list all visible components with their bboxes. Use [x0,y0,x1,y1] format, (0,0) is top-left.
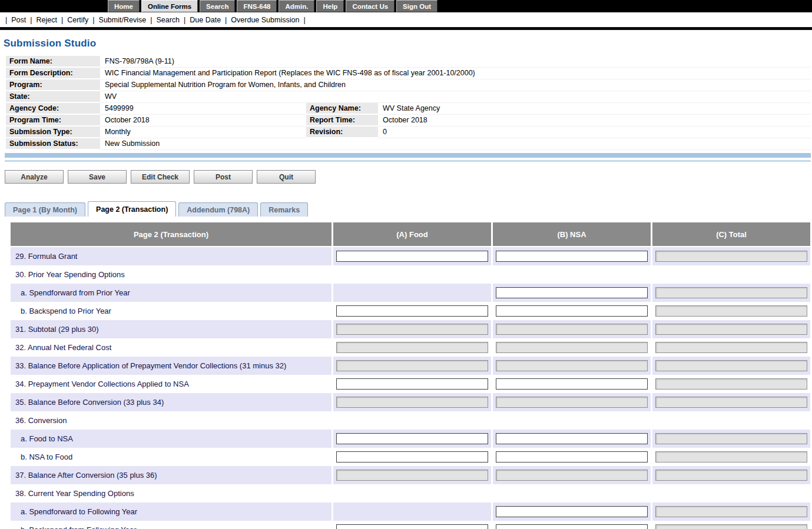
total-input [655,524,807,529]
nav-admin[interactable]: Admin. [279,0,314,12]
info-label: State: [6,91,100,103]
info-label: Submission Status: [6,138,100,150]
separator: | [184,16,185,24]
nsa-input[interactable] [496,287,648,298]
nav-search[interactable]: Search [200,0,235,12]
info-row: Agency Code:5499999Agency Name:WV State … [6,103,811,115]
total-input [655,324,807,335]
column-header: (C) Total [652,222,810,246]
analyze-button[interactable]: Analyze [5,170,64,184]
nsa-input [496,397,648,408]
food-cell [333,302,491,320]
info-row: Form Name:FNS-798/798A (9-11) [6,56,811,68]
total-cell [652,411,810,430]
row-label: 37. Balance After Conversion (35 plus 36… [11,466,332,484]
tab-remarks[interactable]: Remarks [260,202,308,217]
row-label: 36. Conversion [11,411,332,430]
total-cell [652,338,810,357]
tab-page-1-by-month[interactable]: Page 1 (By Month) [5,202,85,217]
subnav-overdue-submission[interactable]: Overdue Submission [231,16,299,24]
quit-button[interactable]: Quit [257,170,316,184]
tab-page-2-transaction[interactable]: Page 2 (Transaction) [88,201,176,217]
nsa-cell [493,357,651,375]
row-label: a. Food to NSA [11,430,332,448]
info-label: Form Description: [6,68,100,79]
row-label: 29. Formula Grant [11,247,332,265]
food-input[interactable] [336,378,488,390]
food-input[interactable] [336,251,488,262]
grid-row: 33. Balance Before Application of Prepay… [11,357,810,375]
nav-sign-out[interactable]: Sign Out [396,0,438,12]
nsa-input[interactable] [496,506,648,517]
separator: | [61,16,63,24]
grid-row: a. Spendforward to Following Year [11,503,810,521]
nav-online-forms[interactable]: Online Forms [141,0,198,12]
food-input[interactable] [336,451,488,463]
save-button[interactable]: Save [68,170,127,184]
subnav-due-date[interactable]: Due Date [190,16,221,24]
top-nav: HomeOnline FormsSearchFNS-648Admin.HelpC… [0,0,812,12]
total-cell [652,320,810,338]
info-value: Special Supplemental Nutrition Program f… [100,79,811,91]
food-cell [333,503,491,521]
food-cell [333,284,491,302]
subnav-post[interactable]: Post [11,16,26,24]
total-input [655,451,807,463]
nav-fns-648[interactable]: FNS-648 [237,0,277,12]
nsa-input[interactable] [496,378,648,390]
edit-check-button[interactable]: Edit Check [131,170,190,184]
sub-nav: |Post|Reject|Certify|Submit/Revise|Searc… [0,12,812,27]
food-cell [333,265,491,284]
subnav-submit-revise[interactable]: Submit/Revise [99,16,147,24]
nsa-cell [493,484,651,503]
grid-row: a. Spendforward from Prior Year [11,284,810,302]
total-cell [652,357,810,375]
separator: | [225,16,227,24]
total-cell [652,302,810,320]
food-cell [333,247,491,265]
food-input[interactable] [336,433,488,444]
nsa-cell [493,503,651,521]
total-input [655,397,807,408]
grid-row: 37. Balance After Conversion (35 plus 36… [11,466,810,484]
nsa-cell [493,411,651,430]
food-cell [333,411,491,430]
nsa-cell [493,393,651,411]
grid-row: 36. Conversion [11,411,810,430]
post-button[interactable]: Post [194,170,253,184]
grid-row: 32. Annual Net Federal Cost [11,338,810,357]
subnav-reject[interactable]: Reject [37,16,57,24]
subnav-search[interactable]: Search [156,16,180,24]
nsa-input[interactable] [496,251,648,262]
nav-home[interactable]: Home [108,0,140,12]
food-input[interactable] [336,524,488,529]
nav-help[interactable]: Help [316,0,344,12]
total-input [655,287,807,298]
nav-contact-us[interactable]: Contact Us [346,0,395,12]
food-input[interactable] [336,305,488,317]
separator: | [30,16,32,24]
subnav-certify[interactable]: Certify [67,16,88,24]
nsa-cell [493,265,651,284]
nsa-input[interactable] [496,451,648,463]
info-label: Program Time: [6,115,100,127]
info-value: 5499999 [100,103,306,115]
info-label: Revision: [306,127,378,138]
nsa-cell [493,448,651,466]
nsa-cell [493,430,651,448]
nsa-cell [493,302,651,320]
food-cell [333,430,491,448]
total-cell [652,521,810,529]
info-label: Report Time: [306,115,378,127]
nsa-input[interactable] [496,524,648,529]
total-input [655,470,807,481]
nsa-input[interactable] [496,305,648,317]
total-input [655,305,807,317]
column-header: (A) Food [333,222,491,246]
food-input [336,360,488,371]
tab-addendum-798a[interactable]: Addendum (798A) [178,202,258,217]
info-value: 0 [378,127,811,138]
info-label: Agency Name: [306,103,378,115]
row-label: 33. Balance Before Application of Prepay… [11,357,332,375]
nsa-input[interactable] [496,433,648,444]
